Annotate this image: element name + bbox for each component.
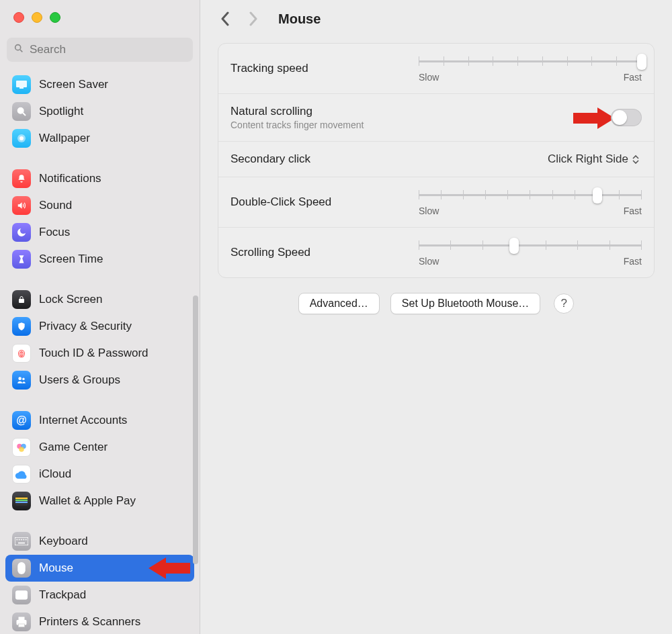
forward-button[interactable]: [245, 10, 262, 28]
scrolling-speed-slider[interactable]: [419, 238, 642, 252]
sidebar-item-privacy-security[interactable]: Privacy & Security: [5, 313, 194, 340]
natural-scrolling-sub: Content tracks finger movement: [230, 120, 597, 130]
help-button[interactable]: ?: [554, 293, 574, 314]
fullscreen-window-button[interactable]: [50, 12, 60, 23]
sidebar-item-label: Game Center: [39, 441, 108, 454]
svg-rect-30: [19, 624, 25, 627]
svg-rect-3: [19, 87, 24, 89]
natural-scrolling-toggle[interactable]: [611, 109, 642, 126]
sidebar-item-label: Mouse: [39, 561, 73, 575]
sidebar-item-label: Screen Time: [39, 253, 103, 266]
sidebar-item-label: Wallet & Apple Pay: [39, 494, 136, 508]
sidebar-item-label: Sound: [39, 199, 72, 212]
sidebar-item-printers[interactable]: Printers & Scanners: [5, 608, 194, 634]
secondary-click-dropdown[interactable]: Click Right Side: [548, 152, 642, 166]
scrolling-speed-label: Scrolling Speed: [230, 246, 405, 259]
svg-point-13: [19, 447, 24, 452]
minimize-window-button[interactable]: [32, 12, 42, 23]
search-field[interactable]: [7, 38, 193, 62]
sidebar-item-label: Spotlight: [39, 105, 83, 118]
double-click-speed-label: Double-Click Speed: [230, 195, 405, 209]
notifications-icon: [12, 169, 31, 188]
focus-icon: [12, 223, 31, 242]
privacy-icon: [12, 317, 31, 336]
advanced-button[interactable]: Advanced…: [298, 293, 380, 314]
svg-rect-16: [15, 500, 28, 501]
sidebar-item-sound[interactable]: Sound: [5, 192, 194, 219]
svg-point-10: [22, 378, 25, 381]
sidebar-item-label: Screen Saver: [39, 78, 108, 91]
sidebar-item-keyboard[interactable]: Keyboard: [5, 528, 194, 555]
sidebar-item-spotlight[interactable]: Spotlight: [5, 98, 194, 125]
sidebar-item-screen-saver[interactable]: Screen Saver: [5, 71, 194, 98]
sidebar-item-icloud[interactable]: iCloud: [5, 461, 194, 488]
svg-point-0: [15, 44, 21, 50]
tracking-speed-slider[interactable]: [419, 54, 642, 68]
settings-panel: Tracking speed Slow Fast: [218, 43, 655, 278]
sidebar-item-label: Printers & Scanners: [39, 615, 140, 629]
svg-rect-18: [15, 537, 28, 545]
search-input[interactable]: [30, 43, 186, 56]
secondary-click-value: Click Right Side: [548, 152, 628, 166]
svg-point-9: [18, 377, 22, 380]
svg-rect-22: [24, 539, 25, 541]
sidebar-item-users-groups[interactable]: Users & Groups: [5, 367, 194, 394]
fast-label: Fast: [624, 256, 642, 267]
back-button[interactable]: [216, 10, 234, 28]
sidebar-item-label: Users & Groups: [39, 373, 120, 387]
svg-line-1: [20, 50, 22, 52]
sidebar-item-label: Touch ID & Password: [39, 347, 149, 360]
row-natural-scrolling: Natural scrolling Content tracks finger …: [218, 94, 654, 142]
sidebar-item-game-center[interactable]: Game Center: [5, 434, 194, 461]
setup-bluetooth-mouse-button[interactable]: Set Up Bluetooth Mouse…: [390, 293, 540, 314]
sidebar-list[interactable]: Screen Saver Spotlight Wallpaper Notific…: [0, 67, 200, 634]
titlebar: Mouse: [200, 0, 672, 39]
slow-label: Slow: [419, 72, 439, 83]
sound-icon: [12, 196, 31, 215]
sidebar-item-label: Wallpaper: [39, 132, 90, 145]
svg-rect-17: [15, 502, 28, 503]
trackpad-icon: [12, 586, 31, 604]
fast-label: Fast: [624, 72, 642, 83]
double-click-speed-slider[interactable]: [419, 188, 642, 201]
sidebar-item-label: iCloud: [39, 467, 71, 481]
row-scrolling-speed: Scrolling Speed Slow Fast: [218, 228, 654, 277]
game-center-icon: [12, 438, 31, 457]
keyboard-icon: [12, 532, 31, 551]
sidebar-item-screen-time[interactable]: Screen Time: [5, 246, 194, 273]
search-icon: [13, 43, 24, 57]
svg-line-5: [23, 113, 26, 116]
close-window-button[interactable]: [13, 12, 24, 23]
tracking-speed-label: Tracking speed: [230, 62, 405, 75]
wallet-icon: [12, 492, 31, 510]
sidebar-item-focus[interactable]: Focus: [5, 219, 194, 246]
users-icon: [12, 371, 31, 390]
sidebar-item-wallet[interactable]: Wallet & Apple Pay: [5, 488, 194, 514]
slow-label: Slow: [419, 256, 439, 267]
printer-icon: [12, 613, 31, 631]
svg-rect-21: [21, 539, 22, 541]
svg-rect-29: [19, 617, 25, 621]
sidebar-item-lock-screen[interactable]: Lock Screen: [5, 286, 194, 313]
sidebar-item-notifications[interactable]: Notifications: [5, 165, 194, 192]
svg-rect-25: [17, 562, 25, 574]
sidebar-item-trackpad[interactable]: Trackpad: [5, 582, 194, 608]
sidebar-item-wallpaper[interactable]: Wallpaper: [5, 125, 194, 152]
svg-rect-23: [26, 539, 27, 541]
row-tracking-speed: Tracking speed Slow Fast: [218, 44, 654, 94]
sidebar-item-mouse[interactable]: Mouse: [5, 555, 194, 582]
svg-rect-24: [18, 543, 25, 544]
lock-screen-icon: [12, 290, 31, 309]
sidebar-item-internet-accounts[interactable]: @ Internet Accounts: [5, 407, 194, 434]
sidebar-item-label: Notifications: [39, 172, 101, 185]
svg-rect-20: [19, 539, 20, 541]
sidebar-scrollbar[interactable]: [193, 296, 198, 564]
svg-rect-2: [16, 81, 27, 87]
svg-marker-26: [149, 557, 190, 579]
secondary-click-label: Secondary click: [230, 152, 534, 166]
sidebar: Screen Saver Spotlight Wallpaper Notific…: [0, 0, 200, 634]
sidebar-item-touch-id[interactable]: Touch ID & Password: [5, 340, 194, 367]
mouse-icon: [12, 559, 31, 578]
sidebar-item-label: Lock Screen: [39, 293, 103, 306]
screen-saver-icon: [12, 75, 31, 94]
